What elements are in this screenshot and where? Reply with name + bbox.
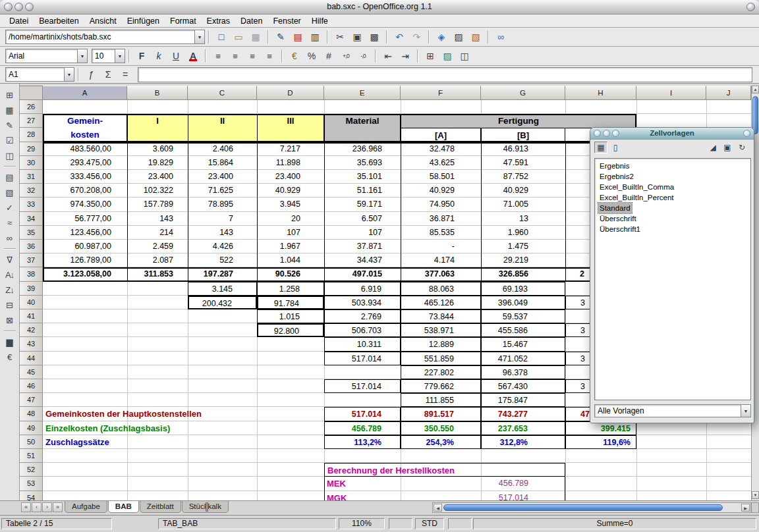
- hyperlink-icon[interactable]: ∞: [493, 30, 509, 44]
- redo-icon[interactable]: ↷: [408, 30, 424, 44]
- cell-E30[interactable]: 35.693: [324, 156, 401, 170]
- cell-G54[interactable]: 517.014: [481, 491, 565, 500]
- column-header-I[interactable]: I: [636, 86, 706, 100]
- row-header-46[interactable]: 46: [20, 379, 43, 393]
- column-header-A[interactable]: A: [43, 86, 127, 100]
- column-header-H[interactable]: H: [565, 86, 636, 100]
- row-header-50[interactable]: 50: [20, 435, 43, 449]
- scroll-up-arrow[interactable]: ▲: [752, 86, 759, 93]
- menu-bearbeiten[interactable]: Bearbeiten: [34, 16, 84, 26]
- edit-file-icon[interactable]: ✎: [273, 30, 289, 44]
- draw-functions-icon[interactable]: ✎: [2, 118, 18, 133]
- menu-extras[interactable]: Extras: [202, 16, 235, 26]
- cell-E35[interactable]: 107: [324, 226, 401, 240]
- cell-E34[interactable]: 6.507: [324, 212, 401, 226]
- style-list-item[interactable]: Ergebnis: [595, 161, 750, 171]
- cell-H50[interactable]: 119,6%: [565, 435, 636, 449]
- tab-zeitblatt[interactable]: Zeitblatt: [140, 501, 181, 513]
- form-functions-icon[interactable]: ☑: [2, 133, 18, 148]
- function-autopilot-button[interactable]: ƒ: [83, 67, 99, 82]
- column-header-F[interactable]: F: [401, 86, 481, 100]
- cell-F28[interactable]: [A]: [401, 128, 481, 142]
- cell-B33[interactable]: 157.789: [127, 198, 188, 211]
- cell-A27[interactable]: Gemein-: [43, 114, 127, 128]
- undo-icon[interactable]: ↶: [391, 30, 407, 44]
- stylist-minimize-button[interactable]: [603, 130, 610, 137]
- cell-D38[interactable]: 90.526: [257, 267, 324, 281]
- align-justify-icon[interactable]: ≡: [262, 49, 277, 63]
- cell-E27[interactable]: Material: [324, 114, 401, 128]
- cell-C29[interactable]: 2.406: [188, 142, 257, 156]
- euro-converter-icon[interactable]: €: [2, 350, 18, 365]
- cell-F34[interactable]: 36.871: [401, 212, 481, 226]
- cell-D31[interactable]: 23.400: [257, 170, 324, 184]
- row-header-32[interactable]: 32: [20, 184, 43, 198]
- cell-F38[interactable]: 377.063: [401, 267, 481, 281]
- autoformat-icon[interactable]: ▤: [2, 170, 18, 185]
- cell-G42[interactable]: 455.586: [481, 323, 565, 337]
- cell-C37[interactable]: 522: [188, 253, 257, 267]
- spellcheck-icon[interactable]: ✓: [2, 200, 18, 215]
- standard-format-icon[interactable]: #: [321, 49, 337, 63]
- next-sheet-button[interactable]: ›: [42, 502, 52, 512]
- cell-C33[interactable]: 78.895: [188, 198, 257, 211]
- cell-D35[interactable]: 107: [257, 226, 324, 240]
- tab-aufgabe[interactable]: Aufgabe: [65, 501, 107, 513]
- cell-D40[interactable]: 91.784: [257, 296, 324, 309]
- row-header-36[interactable]: 36: [20, 240, 43, 253]
- sort-descending-icon[interactable]: Z↓: [2, 282, 18, 298]
- last-sheet-button[interactable]: »: [53, 502, 63, 512]
- cell-F36[interactable]: -: [401, 240, 481, 253]
- cell-A28[interactable]: kosten: [43, 128, 127, 142]
- cell-E40[interactable]: 503.934: [324, 296, 401, 309]
- font-size-input[interactable]: [92, 51, 115, 61]
- menu-hilfe[interactable]: Hilfe: [306, 16, 333, 26]
- cell-G35[interactable]: 1.960: [481, 226, 565, 240]
- cell-C35[interactable]: 143: [188, 226, 257, 240]
- cell-A36[interactable]: 60.987,00: [43, 240, 127, 253]
- find-replace-icon[interactable]: ∞: [2, 230, 18, 246]
- cell-F39[interactable]: 88.063: [401, 282, 481, 296]
- cell-E44[interactable]: 517.014: [324, 352, 401, 365]
- cell-A49[interactable]: Einzelkosten (Zuschlagsbasis): [43, 421, 324, 435]
- cell-F27[interactable]: Fertigung: [401, 114, 636, 128]
- style-list-item[interactable]: Überschrift: [595, 213, 750, 224]
- cell-E28[interactable]: [324, 128, 401, 142]
- autospellcheck-icon[interactable]: ≈: [2, 215, 18, 230]
- font-size-dropdown-button[interactable]: ▼: [115, 49, 125, 63]
- cell-A33[interactable]: 974.350,00: [43, 198, 127, 211]
- new-style-icon[interactable]: ▣: [721, 142, 734, 153]
- percent-icon[interactable]: %: [304, 49, 320, 63]
- style-filter-dropdown-button[interactable]: ▼: [741, 405, 750, 417]
- formula-input[interactable]: [138, 67, 752, 82]
- style-list-item[interactable]: Excel_BuiltIn_Percent: [595, 192, 750, 203]
- insert-cells-icon[interactable]: ▦: [2, 103, 18, 118]
- cell-A48[interactable]: Gemeinkosten der Hauptkostenstellen: [43, 407, 324, 421]
- paste-icon[interactable]: ▩: [366, 30, 382, 44]
- cell-D28[interactable]: [257, 128, 324, 142]
- cell-A38[interactable]: 3.123.058,00: [43, 267, 127, 281]
- cell-F40[interactable]: 465.126: [401, 296, 481, 309]
- export-pdf-icon[interactable]: ▤: [290, 30, 306, 44]
- cell-F29[interactable]: 32.478: [401, 142, 481, 156]
- cell-E42[interactable]: 506.703: [324, 323, 401, 337]
- save-icon[interactable]: ▦: [248, 30, 264, 44]
- zoom-segment[interactable]: 110%: [339, 518, 385, 529]
- row-header-28[interactable]: 28: [20, 128, 43, 142]
- cell-F42[interactable]: 538.971: [401, 323, 481, 337]
- selection-mode-segment[interactable]: STD: [415, 518, 444, 529]
- cell-A37[interactable]: 126.789,00: [43, 253, 127, 267]
- align-left-icon[interactable]: ≡: [210, 49, 226, 63]
- scroll-down-arrow[interactable]: ▼: [752, 491, 759, 499]
- cell-B27[interactable]: I: [127, 114, 188, 128]
- cell-C34[interactable]: 7: [188, 212, 257, 226]
- cell-B28[interactable]: [127, 128, 188, 142]
- cell-B30[interactable]: 19.829: [127, 156, 188, 170]
- menu-fenster[interactable]: Fenster: [267, 16, 306, 26]
- cell-styles-icon[interactable]: ▦: [594, 142, 607, 153]
- cell-G45[interactable]: 96.378: [481, 365, 565, 379]
- autofilter-icon[interactable]: ∇: [2, 252, 18, 267]
- bold-button[interactable]: F: [134, 49, 150, 63]
- column-header-D[interactable]: D: [257, 86, 324, 100]
- row-header-47[interactable]: 47: [20, 393, 43, 407]
